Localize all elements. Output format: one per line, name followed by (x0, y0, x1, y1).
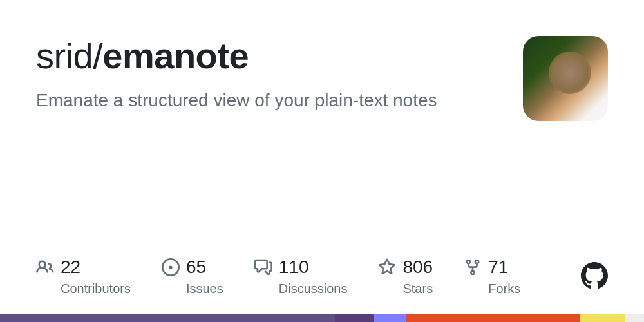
repo-title: srid/emanote (36, 36, 507, 76)
avatar[interactable] (523, 36, 608, 121)
lang-segment-haskell (0, 314, 335, 322)
stat-stars[interactable]: 806 Stars (378, 257, 433, 296)
lang-segment-css (335, 314, 374, 322)
stat-discussions[interactable]: 110 Discussions (254, 257, 348, 296)
stat-forks[interactable]: 71 Forks (464, 257, 520, 296)
stat-value: 71 (488, 257, 508, 278)
repo-owner[interactable]: srid (36, 35, 93, 76)
lang-segment-javascript (580, 314, 625, 322)
language-bar (0, 314, 644, 322)
stat-value: 110 (279, 257, 309, 278)
comment-discussion-icon (254, 258, 272, 276)
lang-segment-nix (374, 314, 406, 322)
people-icon (36, 258, 54, 276)
stat-value: 22 (61, 257, 80, 278)
title-block: srid/emanote Emanate a structured view o… (36, 36, 507, 111)
stat-label: Contributors (36, 281, 131, 296)
repo-name[interactable]: emanote (102, 35, 249, 76)
stat-value: 806 (402, 257, 433, 278)
slash-separator: / (93, 35, 102, 76)
lang-segment-html (406, 314, 580, 322)
repo-description: Emanate a structured view of your plain-… (36, 90, 507, 111)
github-logo-icon[interactable] (581, 262, 608, 292)
stat-label: Stars (378, 281, 433, 296)
header: srid/emanote Emanate a structured view o… (36, 36, 608, 121)
lang-segment-other (625, 314, 644, 322)
stat-label: Discussions (254, 281, 348, 296)
repo-forked-icon (464, 258, 482, 276)
stats-row: 22 Contributors 65 Issues 110 Discussion… (36, 257, 608, 296)
stat-issues[interactable]: 65 Issues (162, 257, 223, 296)
stat-label: Forks (464, 281, 520, 296)
issue-opened-icon (162, 258, 180, 276)
stat-value: 65 (186, 257, 206, 278)
repo-social-card: srid/emanote Emanate a structured view o… (0, 0, 644, 322)
stat-contributors[interactable]: 22 Contributors (36, 257, 131, 296)
star-icon (378, 258, 396, 276)
stat-label: Issues (162, 281, 223, 296)
